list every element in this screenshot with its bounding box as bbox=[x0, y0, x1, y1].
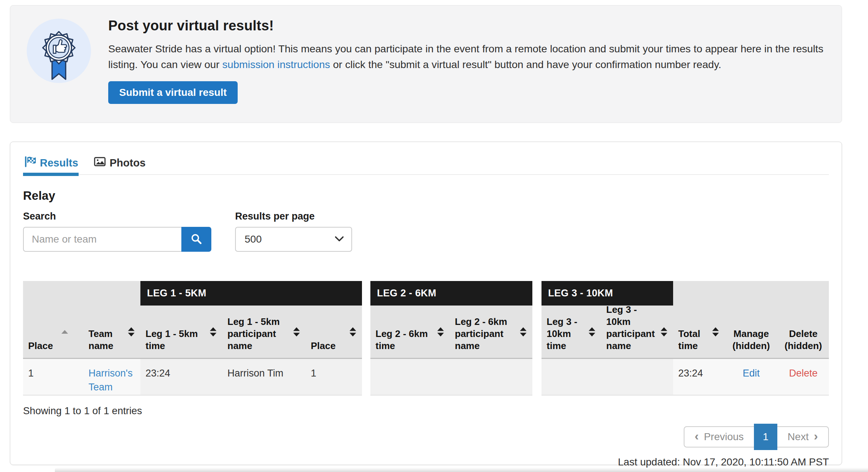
cell-leg2-participant bbox=[450, 359, 532, 396]
sort-icon bbox=[293, 327, 300, 336]
tab-results-label: Results bbox=[40, 157, 78, 169]
group-header-leg2: LEG 2 - 6KM bbox=[370, 281, 532, 306]
delete-link[interactable]: Delete bbox=[789, 368, 818, 379]
column-header-place[interactable]: Place bbox=[23, 306, 83, 359]
pagination: ‹ Previous 1 Next › bbox=[684, 426, 829, 447]
group-gap bbox=[362, 359, 370, 396]
search-icon bbox=[190, 233, 203, 246]
page-title: Relay bbox=[23, 189, 829, 203]
column-header-leg1-place[interactable]: Place bbox=[306, 306, 362, 359]
column-header-leg1-time[interactable]: Leg 1 - 5km time bbox=[140, 306, 222, 359]
cell-manage: Edit bbox=[725, 359, 778, 396]
sort-icon bbox=[210, 327, 216, 336]
column-header-team-name[interactable]: Team name bbox=[83, 306, 140, 359]
group-header-corner bbox=[23, 281, 140, 306]
column-header-total-time[interactable]: Total time bbox=[673, 306, 725, 359]
results-per-page-select[interactable]: 500 bbox=[235, 227, 352, 252]
chevron-right-icon: › bbox=[814, 430, 818, 442]
sort-icon bbox=[589, 327, 595, 336]
results-per-page-label: Results per page bbox=[235, 211, 352, 225]
group-header-leg3: LEG 3 - 10KM bbox=[541, 281, 673, 306]
column-header-leg3-time[interactable]: Leg 3 - 10km time bbox=[541, 306, 601, 359]
sort-icon bbox=[520, 327, 527, 336]
column-header-delete: Delete (hidden) bbox=[778, 306, 829, 359]
search-button[interactable] bbox=[181, 227, 211, 252]
group-gap bbox=[532, 359, 541, 396]
column-header-leg1-participant[interactable]: Leg 1 - 5km participant name bbox=[222, 306, 306, 359]
cell-leg2-time bbox=[370, 359, 450, 396]
entries-summary: Showing 1 to 1 of 1 entries bbox=[23, 405, 829, 417]
sort-icon bbox=[712, 327, 719, 336]
tab-photos-label: Photos bbox=[110, 157, 146, 169]
sort-icon bbox=[437, 327, 444, 336]
column-header-leg2-participant[interactable]: Leg 2 - 6km participant name bbox=[450, 306, 532, 359]
cell-team-name: Harrison's Team bbox=[83, 359, 140, 396]
cell-delete: Delete bbox=[778, 359, 829, 396]
search-label: Search bbox=[23, 211, 211, 225]
cell-place: 1 bbox=[23, 359, 83, 396]
previous-page-button[interactable]: ‹ Previous bbox=[684, 427, 754, 447]
group-gap bbox=[362, 306, 370, 359]
cell-leg3-time bbox=[541, 359, 601, 396]
last-updated-text: Last updated: Nov 17, 2020, 10:11:50 AM … bbox=[23, 456, 829, 468]
cell-leg1-participant: Harrison Tim bbox=[222, 359, 306, 396]
active-tab-underline bbox=[23, 173, 79, 176]
relay-results-table: LEG 1 - 5KM LEG 2 - 6KM LEG 3 - 10KM Pla… bbox=[23, 281, 829, 396]
search-input[interactable] bbox=[23, 227, 181, 252]
sort-icon bbox=[350, 327, 356, 336]
edit-link[interactable]: Edit bbox=[743, 368, 760, 379]
table-controls: Search Results per page 500 bbox=[23, 211, 829, 252]
award-badge-icon bbox=[25, 19, 93, 87]
photo-icon bbox=[94, 156, 106, 171]
checkered-flag-icon bbox=[24, 156, 36, 171]
column-header-leg3-participant[interactable]: Leg 3 - 10km participant name bbox=[601, 306, 673, 359]
banner-text-after-link: or click the "submit a virtual result" b… bbox=[330, 59, 721, 70]
column-header-manage: Manage (hidden) bbox=[725, 306, 778, 359]
results-panel: Results Photos Relay Search bbox=[10, 142, 842, 465]
group-header-leg1: LEG 1 - 5KM bbox=[140, 281, 362, 306]
chevron-left-icon: ‹ bbox=[695, 430, 699, 442]
group-gap bbox=[532, 281, 541, 306]
tab-bar: Results Photos bbox=[23, 142, 829, 175]
cell-leg3-participant bbox=[601, 359, 673, 396]
banner-description: Seawater Stride has a virtual option! Th… bbox=[108, 41, 827, 72]
submit-virtual-result-button[interactable]: Submit a virtual result bbox=[108, 81, 238, 104]
next-page-button[interactable]: Next › bbox=[777, 427, 828, 447]
team-name-link[interactable]: Harrison's Team bbox=[88, 368, 133, 393]
cell-total-time: 23:24 bbox=[673, 359, 725, 396]
group-gap bbox=[362, 281, 370, 306]
virtual-results-banner: Post your virtual results! Seawater Stri… bbox=[10, 5, 842, 123]
cell-leg1-time: 23:24 bbox=[140, 359, 222, 396]
tab-photos[interactable]: Photos bbox=[93, 151, 146, 174]
page-bottom-shade bbox=[55, 468, 868, 472]
submission-instructions-link[interactable]: submission instructions bbox=[222, 59, 330, 70]
column-header-leg2-time[interactable]: Leg 2 - 6km time bbox=[370, 306, 450, 359]
page-number-1[interactable]: 1 bbox=[754, 424, 777, 450]
group-header-corner bbox=[673, 281, 829, 306]
cell-leg1-place: 1 bbox=[306, 359, 362, 396]
banner-title: Post your virtual results! bbox=[108, 18, 827, 34]
sort-icon bbox=[661, 327, 667, 336]
sort-icon bbox=[128, 327, 135, 336]
tab-results[interactable]: Results bbox=[23, 151, 79, 174]
sort-asc-icon bbox=[61, 330, 68, 334]
group-gap bbox=[532, 306, 541, 359]
